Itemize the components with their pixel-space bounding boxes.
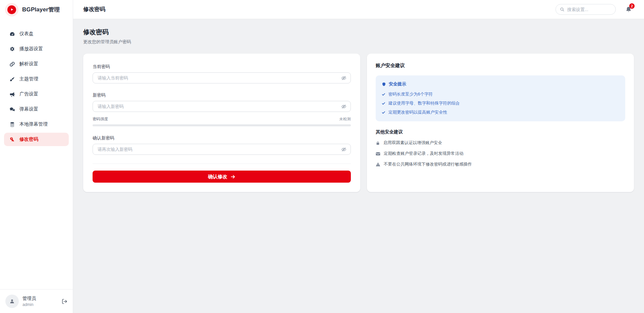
confirm-change-button[interactable]: 确认修改 xyxy=(93,171,351,183)
security-card-title: 账户安全建议 xyxy=(376,62,625,69)
app-title: BGPlayer管理 xyxy=(22,6,60,13)
brush-icon xyxy=(9,76,15,82)
user-footer: 管理员 admin xyxy=(0,289,73,313)
toggle-current-password-visibility-button[interactable] xyxy=(340,75,347,81)
sidebar: BGPlayer管理 仪表盘 播放器设置 解析设置 主题管理 xyxy=(0,0,73,313)
eye-slash-icon xyxy=(341,75,346,81)
security-tips-panel: 安全提示 密码长度至少为6个字符 xyxy=(376,75,625,121)
sidebar-item-parse-settings[interactable]: 解析设置 xyxy=(4,57,69,71)
sidebar-nav: 仪表盘 播放器设置 解析设置 主题管理 广告设置 xyxy=(0,19,73,289)
search-icon xyxy=(560,7,565,12)
avatar xyxy=(5,295,19,308)
advice-item: 定期检查账户登录记录，及时发现异常活动 xyxy=(376,151,625,156)
eye-slash-icon xyxy=(341,104,346,109)
sidebar-item-local-danmaku[interactable]: 本地弹幕管理 xyxy=(4,118,69,131)
sidebar-item-theme[interactable]: 主题管理 xyxy=(4,72,69,86)
sidebar-item-label: 广告设置 xyxy=(19,91,38,97)
sidebar-item-ad-settings[interactable]: 广告设置 xyxy=(4,87,69,101)
logout-button[interactable] xyxy=(62,299,67,304)
page-subtitle: 更改您的管理员账户密码 xyxy=(83,39,634,45)
advice-item: 不要在公共网络环境下修改密码或进行敏感操作 xyxy=(376,162,625,167)
toggle-new-password-visibility-button[interactable] xyxy=(340,103,347,110)
password-strength-meter: 密码强度 未检测 xyxy=(93,117,351,126)
tip-item: 密码长度至少为6个字符 xyxy=(382,91,619,97)
advice-item: 启用双因素认证以增强账户安全 xyxy=(376,140,625,146)
page-title: 修改密码 xyxy=(83,28,634,37)
gauge-icon xyxy=(9,31,15,37)
sidebar-item-change-password[interactable]: 修改密码 xyxy=(4,133,69,146)
topbar: 修改密码 2 xyxy=(73,0,644,19)
current-password-input[interactable] xyxy=(93,72,351,83)
notification-count-badge: 2 xyxy=(629,3,635,9)
confirm-password-label: 确认新密码 xyxy=(93,135,351,141)
link-icon xyxy=(9,61,15,67)
notifications-button[interactable]: 2 xyxy=(625,6,632,13)
form-divider xyxy=(93,164,351,164)
sidebar-item-player-settings[interactable]: 播放器设置 xyxy=(4,42,69,56)
strength-status: 未检测 xyxy=(339,117,351,122)
shield-icon xyxy=(382,82,386,87)
sidebar-item-label: 弹幕设置 xyxy=(19,106,38,112)
gear-icon xyxy=(9,46,15,52)
topbar-page-title: 修改密码 xyxy=(83,6,105,13)
security-advice-card: 账户安全建议 安全提示 密码长度至少为6个字符 xyxy=(367,54,634,192)
database-icon xyxy=(9,122,15,127)
eye-slash-icon xyxy=(341,147,346,152)
change-password-card: 当前密码 新密码 xyxy=(83,54,360,192)
user-name: 管理员 xyxy=(22,296,36,302)
advice-text: 不要在公共网络环境下修改密码或进行敏感操作 xyxy=(384,162,472,167)
confirm-change-label: 确认修改 xyxy=(208,174,227,180)
content-area: 修改密码 更改您的管理员账户密码 当前密码 xyxy=(73,19,644,313)
envelope-icon xyxy=(376,152,380,156)
strength-label: 密码强度 xyxy=(93,117,108,122)
sidebar-item-label: 播放器设置 xyxy=(19,46,43,52)
tip-item: 定期更改密码以提高账户安全性 xyxy=(382,110,619,115)
search-input[interactable] xyxy=(567,7,611,12)
check-icon xyxy=(382,102,385,105)
comments-icon xyxy=(9,107,15,112)
main-column: 修改密码 2 修改密码 更改您的管理员账户密码 当前密码 xyxy=(73,0,644,313)
sidebar-item-dashboard[interactable]: 仪表盘 xyxy=(4,27,69,41)
tip-text: 定期更改密码以提高账户安全性 xyxy=(388,110,447,115)
tip-text: 密码长度至少为6个字符 xyxy=(388,91,433,97)
tip-item: 建议使用字母、数字和特殊字符的组合 xyxy=(382,101,619,106)
arrow-right-icon xyxy=(230,174,235,179)
sidebar-item-danmaku-settings[interactable]: 弹幕设置 xyxy=(4,103,69,116)
check-icon xyxy=(382,111,385,114)
other-advice-title: 其他安全建议 xyxy=(376,129,625,135)
check-icon xyxy=(382,92,385,96)
lock-icon xyxy=(376,141,380,145)
warning-icon xyxy=(376,162,380,167)
strength-bar-track xyxy=(93,124,351,126)
sidebar-item-label: 修改密码 xyxy=(19,136,38,142)
new-password-label: 新密码 xyxy=(93,92,351,98)
app-logo: BGPlayer管理 xyxy=(0,0,73,19)
sidebar-item-label: 解析设置 xyxy=(19,61,38,67)
advice-text: 定期检查账户登录记录，及时发现异常活动 xyxy=(384,151,464,156)
current-password-label: 当前密码 xyxy=(93,64,351,70)
sidebar-item-label: 主题管理 xyxy=(19,76,38,82)
confirm-password-input[interactable] xyxy=(93,144,351,155)
settings-search[interactable] xyxy=(555,4,616,15)
tip-text: 建议使用字母、数字和特殊字符的组合 xyxy=(388,101,460,106)
sidebar-item-label: 仪表盘 xyxy=(19,31,34,37)
sidebar-item-label: 本地弹幕管理 xyxy=(19,121,48,127)
new-password-field: 新密码 xyxy=(93,92,351,112)
key-icon xyxy=(9,137,15,142)
user-username: admin xyxy=(22,302,36,307)
security-tips-title: 安全提示 xyxy=(389,81,406,87)
logout-icon xyxy=(62,299,67,304)
confirm-password-field: 确认新密码 xyxy=(93,135,351,155)
toggle-confirm-password-visibility-button[interactable] xyxy=(340,146,347,153)
advice-text: 启用双因素认证以增强账户安全 xyxy=(383,140,442,146)
current-password-field: 当前密码 xyxy=(93,64,351,83)
play-circle-icon xyxy=(5,3,18,16)
new-password-input[interactable] xyxy=(93,101,351,112)
megaphone-icon xyxy=(9,91,15,97)
